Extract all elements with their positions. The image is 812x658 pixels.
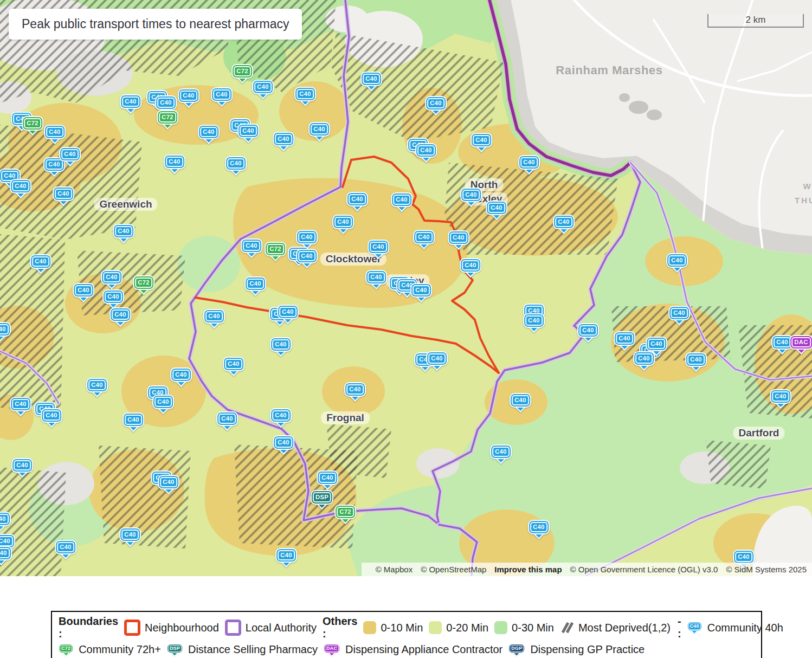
map-pin-c40[interactable]: C40 (666, 253, 688, 272)
map-pin-c40[interactable]: C40 (270, 408, 292, 427)
map-pin-c40[interactable]: C40 (368, 240, 389, 258)
legend: Boundaries :NeighbourhoodLocal Authority… (51, 611, 762, 658)
pin-label: C40 (0, 536, 13, 546)
map-pin-c40[interactable]: C40 (273, 435, 294, 454)
map-pin-c40[interactable]: C40 (225, 156, 247, 175)
map-pin-c40[interactable]: C40 (460, 188, 482, 206)
map-pin-c40[interactable]: C40 (317, 470, 338, 489)
attribution-link[interactable]: © Mapbox (376, 565, 413, 574)
map-pin-c40[interactable]: C40 (41, 408, 62, 427)
map-pin-c40[interactable]: C40 (30, 254, 51, 273)
map-pin-c40[interactable]: C40 (471, 133, 492, 151)
map-pin-c40[interactable]: C40 (10, 179, 31, 197)
map-pin-c40[interactable]: C40 (425, 96, 447, 114)
map-pin-c40[interactable]: C40 (518, 155, 540, 173)
map-pin-c40[interactable]: C40 (273, 132, 294, 150)
map-pin-c40[interactable]: C40 (426, 351, 448, 370)
map-pin-c40[interactable]: C40 (275, 548, 297, 566)
attribution-link[interactable]: Improve this map (494, 565, 562, 574)
legend-item-distance-selling-pharmacy-label: Distance Selling Pharmacy (188, 643, 318, 656)
map-pin-c40[interactable]: C40 (237, 124, 259, 142)
map-pin-c40[interactable]: C40 (123, 412, 144, 431)
map-pin-c40[interactable]: C40 (86, 378, 108, 396)
map-pin-dac[interactable]: DAC (789, 335, 812, 353)
map-pin-c40[interactable]: C40 (528, 520, 550, 538)
map-pin-c40[interactable]: C40 (119, 527, 141, 546)
map-pin-c40[interactable]: C40 (0, 512, 11, 530)
map-pin-c40[interactable]: C40 (633, 351, 655, 370)
map-pin-c40[interactable]: C40 (413, 230, 435, 248)
map-pin-dsp[interactable]: DSP (311, 490, 333, 508)
map-pin-c40[interactable]: C40 (178, 88, 199, 107)
attribution-link[interactable]: © OpenStreetMap (421, 565, 486, 574)
map-pin-c40[interactable]: C40 (270, 337, 292, 356)
map-pin-c40[interactable]: C40 (164, 154, 185, 173)
map-pin-c40[interactable]: C40 (294, 87, 316, 105)
map-pin-c40[interactable]: C40 (44, 125, 66, 143)
map-pin-c40[interactable]: C40 (410, 283, 432, 301)
map-pin-c40[interactable]: C40 (685, 352, 707, 371)
map-pin-c40[interactable]: C40 (0, 322, 11, 340)
map-pin-c40[interactable]: C40 (113, 224, 134, 242)
map-pin-c40[interactable]: C40 (101, 270, 123, 288)
pin-body: C40 (317, 470, 338, 485)
map-pin-c40[interactable]: C40 (10, 397, 31, 415)
map-pin-c40[interactable]: C40 (344, 382, 366, 401)
map-pin-c72[interactable]: C72 (265, 242, 286, 260)
map-pin-c40[interactable]: C40 (73, 283, 94, 301)
pin-label: C40 (413, 285, 430, 295)
map-pin-c72[interactable]: C72 (334, 505, 356, 523)
map-pin-c40[interactable]: C40 (577, 323, 599, 341)
map-pin-c40[interactable]: C40 (53, 186, 74, 205)
map-pin-c40[interactable]: C40 (0, 546, 12, 564)
map-pin-c40[interactable]: C40 (252, 80, 274, 98)
map-pin-c40[interactable]: C40 (360, 72, 382, 90)
map-pin-c40[interactable]: C40 (460, 258, 481, 276)
map-pin-c40[interactable]: C40 (523, 313, 545, 332)
pin-body: C40 (216, 411, 238, 426)
pin-label: C40 (213, 89, 230, 100)
map-pin-c40[interactable]: C40 (211, 87, 233, 106)
map-pin-c40[interactable]: C40 (365, 270, 387, 288)
map-pin-c40[interactable]: C40 (216, 411, 238, 430)
map-pin-c40[interactable]: C40 (415, 143, 437, 162)
map-pin-c40[interactable]: C40 (244, 276, 266, 295)
map-pin-c40[interactable]: C40 (102, 289, 124, 308)
map-pin-c40[interactable]: C40 (277, 305, 299, 323)
map-pin-c40[interactable]: C40 (11, 458, 33, 476)
map-pin-c72[interactable]: C72 (133, 275, 154, 294)
map-pin-c40[interactable]: C40 (510, 393, 531, 411)
map-pin-c40[interactable]: C40 (553, 215, 575, 233)
map-pin-c40[interactable]: C40 (486, 201, 507, 219)
map-pin-c40[interactable]: C40 (332, 215, 354, 233)
map-pin-c40[interactable]: C40 (296, 249, 318, 267)
map-pin-c40[interactable]: C40 (770, 389, 791, 408)
pin-body: C40 (518, 155, 540, 170)
map-pin-c72[interactable]: C72 (231, 64, 253, 82)
map-canvas[interactable]: GreenwichClocktowerBexleyNorthBexleyFrog… (0, 0, 812, 576)
map-pin-c40[interactable]: C40 (296, 230, 318, 248)
pin-body: DAC (324, 644, 340, 653)
map-pin-c40[interactable]: C40 (120, 94, 141, 113)
map-pin-c40[interactable]: C40 (170, 367, 192, 386)
pin-body: C72 (22, 116, 43, 131)
map-pin-c40[interactable]: C40 (490, 444, 512, 463)
map-pin-c40[interactable]: C40 (158, 475, 179, 493)
map-pin-c40[interactable]: C40 (308, 122, 330, 140)
map-pin-c40[interactable]: C40 (55, 540, 76, 558)
map-pin-c40[interactable]: C40 (109, 307, 131, 326)
scale-bar: 2 km (707, 14, 804, 28)
map-pin-c72[interactable]: C72 (22, 116, 43, 134)
map-pin-c40[interactable]: C40 (59, 147, 81, 165)
map-pin-c40[interactable]: C40 (614, 331, 635, 350)
map-pin-c40[interactable]: C40 (223, 357, 244, 375)
map-pin-c40[interactable]: C40 (241, 238, 262, 257)
map-pin-c40[interactable]: C40 (198, 125, 220, 143)
map-pin-c40[interactable]: C40 (668, 306, 690, 324)
map-pin-c40[interactable]: C40 (203, 309, 225, 327)
map-pin-c40[interactable]: C40 (391, 192, 413, 211)
map-pin-c40[interactable]: C40 (448, 230, 469, 249)
map-pin-c72[interactable]: C72 (157, 110, 178, 128)
map-pin-c40[interactable]: C40 (152, 395, 174, 413)
map-pin-c40[interactable]: C40 (346, 192, 368, 210)
